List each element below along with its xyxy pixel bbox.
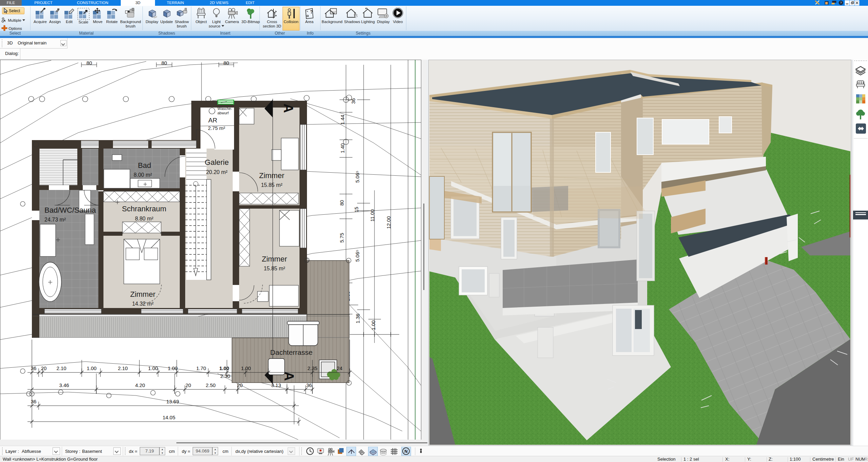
svg-text:5.06⁵: 5.06⁵	[354, 171, 360, 182]
svg-text:Bad: Bad	[138, 161, 151, 170]
svg-text:A: A	[281, 103, 295, 113]
svg-text:1.00: 1.00	[148, 365, 158, 371]
svg-text:AR: AR	[208, 117, 217, 124]
svg-text:1.44: 1.44	[340, 115, 345, 124]
svg-text:5.06⁵: 5.06⁵	[354, 250, 360, 262]
svg-text:abwurf: abwurf	[217, 111, 229, 115]
svg-text:1.00: 1.00	[370, 320, 376, 330]
svg-text:15.85 m²: 15.85 m²	[261, 182, 283, 188]
svg-text:36: 36	[31, 399, 37, 404]
svg-text:Bad/WC/Sauna: Bad/WC/Sauna	[44, 206, 96, 214]
svg-text:20: 20	[186, 382, 191, 388]
svg-text:1.00: 1.00	[86, 365, 96, 371]
svg-text:80: 80	[339, 200, 345, 206]
svg-text:80: 80	[86, 60, 92, 66]
svg-text:36: 36	[306, 382, 312, 388]
svg-text:Zimmer: Zimmer	[130, 290, 156, 299]
svg-text:20: 20	[41, 365, 47, 371]
svg-text:36: 36	[31, 365, 37, 371]
svg-text:4.20: 4.20	[135, 382, 145, 388]
svg-text:14.05: 14.05	[162, 415, 175, 420]
svg-text:2.30: 2.30	[220, 373, 230, 379]
svg-text:15: 15	[353, 207, 359, 213]
svg-text:20: 20	[237, 382, 243, 388]
svg-text:24: 24	[337, 365, 343, 371]
svg-text:1.00: 1.00	[168, 365, 177, 371]
svg-text:N: N	[404, 449, 407, 454]
svg-text:1.70: 1.70	[196, 365, 206, 371]
svg-text:3.46: 3.46	[59, 382, 69, 388]
svg-text:2.10: 2.10	[118, 365, 128, 371]
svg-text:Schrankraum: Schrankraum	[122, 205, 167, 213]
svg-text:20.20 m²: 20.20 m²	[206, 169, 228, 175]
svg-text:5.75: 5.75	[339, 233, 345, 243]
svg-text:12.00: 12.00	[386, 216, 391, 229]
svg-text:80: 80	[161, 60, 167, 66]
svg-text:8.80 m²: 8.80 m²	[135, 216, 154, 222]
svg-text:Galerie: Galerie	[205, 158, 229, 167]
svg-text:1.40: 1.40	[340, 143, 345, 153]
svg-text:14.32 m²: 14.32 m²	[132, 301, 154, 307]
svg-text:?: ?	[840, 1, 842, 4]
svg-text:13.69: 13.69	[166, 399, 179, 404]
svg-text:8.00 m²: 8.00 m²	[134, 172, 152, 178]
svg-text:1.36: 1.36	[355, 313, 361, 323]
svg-text:2.10: 2.10	[56, 365, 66, 371]
svg-text:1.00: 1.00	[219, 365, 229, 371]
svg-text:Zimmer: Zimmer	[259, 171, 285, 180]
svg-text:Zimmer: Zimmer	[262, 255, 287, 263]
svg-text:24.73 m²: 24.73 m²	[44, 217, 66, 223]
svg-text:1.00: 1.00	[241, 365, 251, 371]
svg-text:?: ?	[310, 9, 313, 15]
svg-text:80: 80	[224, 60, 229, 66]
svg-text:2.50: 2.50	[206, 382, 215, 388]
svg-text:2.35: 2.35	[307, 365, 317, 371]
svg-text:11.00: 11.00	[369, 209, 375, 222]
svg-text:Wäsche-: Wäsche-	[217, 107, 232, 111]
svg-text:3.13: 3.13	[271, 382, 281, 388]
svg-text:Dachterrasse: Dachterrasse	[270, 348, 313, 356]
svg-text:2.75 m²: 2.75 m²	[208, 125, 225, 131]
svg-text:15.85 m²: 15.85 m²	[264, 266, 285, 271]
